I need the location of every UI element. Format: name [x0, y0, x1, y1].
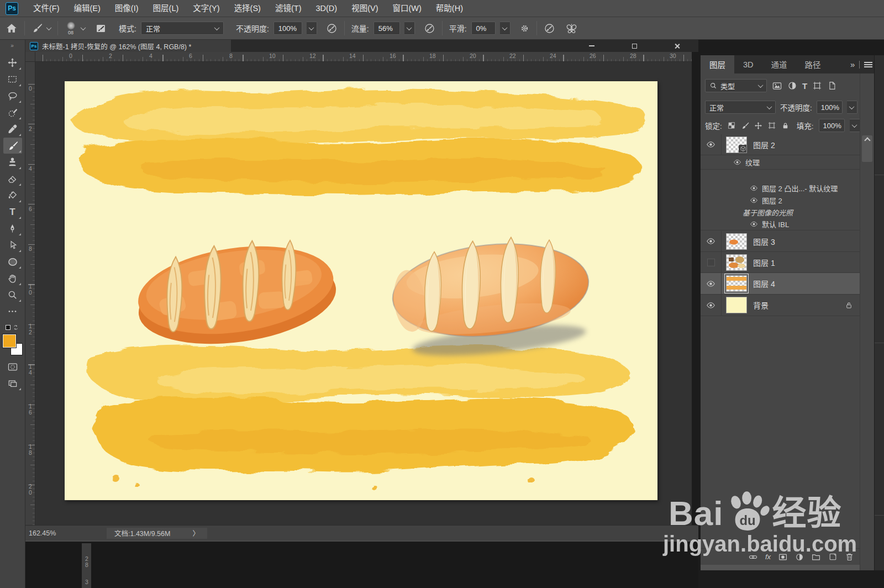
filter-pixel-layers-icon[interactable] — [772, 81, 782, 91]
menu-help[interactable]: 帮助(H) — [429, 0, 470, 17]
smoothing-dropdown-button[interactable] — [500, 22, 511, 35]
layers-scrollbar[interactable] — [860, 74, 874, 570]
layer-opacity-input[interactable]: 100% — [817, 101, 843, 114]
brush-tool-preset-icon[interactable] — [31, 23, 43, 34]
new-layer-icon[interactable] — [828, 552, 838, 561]
menu-filter[interactable]: 滤镜(T) — [268, 0, 309, 17]
menu-layer[interactable]: 图层(L) — [146, 0, 186, 17]
eye-icon[interactable] — [749, 184, 759, 192]
visibility-toggle[interactable] — [701, 252, 722, 272]
visibility-toggle[interactable] — [701, 231, 722, 251]
fill-dropdown-button[interactable] — [850, 119, 860, 132]
menu-edit[interactable]: 编辑(E) — [67, 0, 108, 17]
menu-image[interactable]: 图像(I) — [108, 0, 146, 17]
lock-all-icon[interactable] — [781, 122, 790, 130]
chevron-down-icon[interactable] — [46, 25, 52, 30]
layer-row-layer4-selected[interactable]: 图层 4 — [701, 273, 860, 295]
eye-icon[interactable] — [749, 196, 759, 204]
airbrush-icon[interactable] — [424, 23, 435, 34]
pressure-size-icon[interactable] — [544, 23, 555, 34]
lock-pixels-brush-icon[interactable] — [741, 122, 749, 130]
shape-ellipse-tool[interactable] — [3, 254, 22, 270]
layer-thumbnail[interactable] — [726, 275, 747, 292]
hand-tool[interactable] — [3, 270, 22, 286]
menu-window[interactable]: 窗口(W) — [386, 0, 429, 17]
add-layer-mask-icon[interactable] — [778, 552, 788, 562]
opacity-input[interactable]: 100% — [273, 22, 302, 35]
pressure-opacity-icon[interactable] — [326, 23, 338, 34]
layer-thumbnail[interactable] — [726, 233, 747, 250]
tab-layers[interactable]: 图层 — [701, 55, 734, 74]
status-options-chevron[interactable]: 〉 — [192, 528, 199, 538]
layer-thumbnail[interactable] — [726, 297, 747, 313]
opacity-dropdown-button[interactable] — [307, 22, 317, 35]
lasso-tool[interactable] — [3, 88, 22, 104]
paint-bucket-tool[interactable] — [3, 187, 22, 203]
edit-toolbar-more-icon[interactable] — [3, 303, 22, 319]
menu-file[interactable]: 文件(F) — [26, 0, 67, 17]
visibility-toggle[interactable] — [701, 295, 722, 316]
marquee-tool[interactable] — [3, 71, 22, 87]
new-group-folder-icon[interactable] — [811, 552, 821, 562]
path-selection-tool[interactable] — [3, 237, 22, 253]
menu-view[interactable]: 视图(V) — [344, 0, 385, 17]
toolbar-collapse-button[interactable]: » — [0, 40, 25, 54]
layer-style-fx-icon[interactable]: fx — [765, 553, 771, 561]
eye-icon[interactable] — [749, 220, 759, 228]
tab-3d[interactable]: 3D — [734, 55, 762, 74]
clone-stamp-tool[interactable] — [3, 154, 22, 170]
layer-row-layer3[interactable]: 图层 3 — [701, 231, 860, 252]
collapse-panels-icon[interactable]: » — [850, 60, 855, 69]
filter-shape-layers-icon[interactable] — [812, 81, 822, 91]
brush-tool[interactable] — [3, 138, 22, 154]
home-icon[interactable] — [6, 22, 18, 34]
chevron-down-icon[interactable] — [81, 25, 86, 30]
default-colors-icon[interactable] — [6, 325, 10, 330]
layer-name[interactable]: 图层 2 — [753, 139, 775, 150]
flow-dropdown-button[interactable] — [404, 22, 415, 35]
toggle-brush-settings-icon[interactable] — [95, 23, 107, 34]
document-tab[interactable]: Ps 未标题-1 拷贝-恢复的 @ 162% (图层 4, RGB/8) * — [25, 40, 231, 52]
eye-icon[interactable] — [733, 158, 742, 166]
scrollbar-thumb[interactable] — [862, 135, 872, 162]
screen-mode-button[interactable] — [3, 375, 22, 391]
layer-blend-mode-select[interactable]: 正常 — [705, 101, 776, 114]
paint-symmetry-butterfly-icon[interactable] — [565, 22, 578, 35]
layer-name[interactable]: 图层 3 — [753, 236, 775, 247]
layer-name[interactable]: 图层 1 — [753, 257, 775, 268]
visibility-toggle[interactable] — [701, 273, 722, 294]
lock-transparency-icon[interactable] — [727, 121, 736, 130]
zoom-tool[interactable] — [3, 287, 22, 303]
layer-filter-type-select[interactable]: 类型 — [705, 79, 767, 92]
delete-layer-trash-icon[interactable] — [845, 552, 854, 561]
opacity-dropdown-button[interactable] — [847, 101, 857, 114]
layer-thumbnail[interactable] — [726, 136, 747, 153]
foreground-color-swatch[interactable] — [3, 334, 16, 348]
flow-input[interactable]: 56% — [373, 22, 400, 35]
layer-name[interactable]: 背景 — [753, 300, 769, 311]
smoothing-input[interactable]: 0% — [471, 22, 496, 35]
3d-subitem-texture[interactable]: 纹理 — [701, 155, 860, 170]
new-adjustment-layer-icon[interactable] — [795, 553, 804, 561]
maximize-button[interactable] — [625, 40, 644, 52]
visibility-toggle[interactable] — [701, 134, 722, 155]
lock-position-icon[interactable] — [754, 122, 762, 130]
document-canvas[interactable] — [65, 81, 657, 500]
zoom-level-field[interactable]: 162.45% — [29, 529, 81, 537]
lock-artboard-icon[interactable] — [767, 121, 776, 130]
layer-name[interactable]: 图层 4 — [753, 278, 775, 289]
3d-subitem-layer2-texture[interactable]: 图层 2 — [701, 194, 860, 206]
blend-mode-select[interactable]: 正常 — [141, 22, 224, 35]
close-button[interactable] — [667, 40, 686, 52]
layer-row-layer1[interactable]: 图层 1 — [701, 252, 860, 273]
layer-fill-input[interactable]: 100% — [819, 119, 845, 132]
smoothing-options-gear-icon[interactable] — [519, 23, 530, 34]
menu-type[interactable]: 文字(Y) — [186, 0, 227, 17]
3d-subitem-extrusion[interactable]: 图层 2 凸出...- 默认纹理 — [701, 182, 860, 194]
swap-colors-icon[interactable] — [12, 324, 19, 331]
brush-preset-picker[interactable]: 08 — [65, 22, 77, 35]
quick-mask-mode-button[interactable] — [3, 359, 22, 375]
layer-row-layer2[interactable]: 图层 2 — [701, 134, 860, 155]
filter-smart-objects-icon[interactable] — [827, 81, 837, 91]
3d-subitem-default-ibl[interactable]: 默认 IBL — [701, 218, 860, 230]
